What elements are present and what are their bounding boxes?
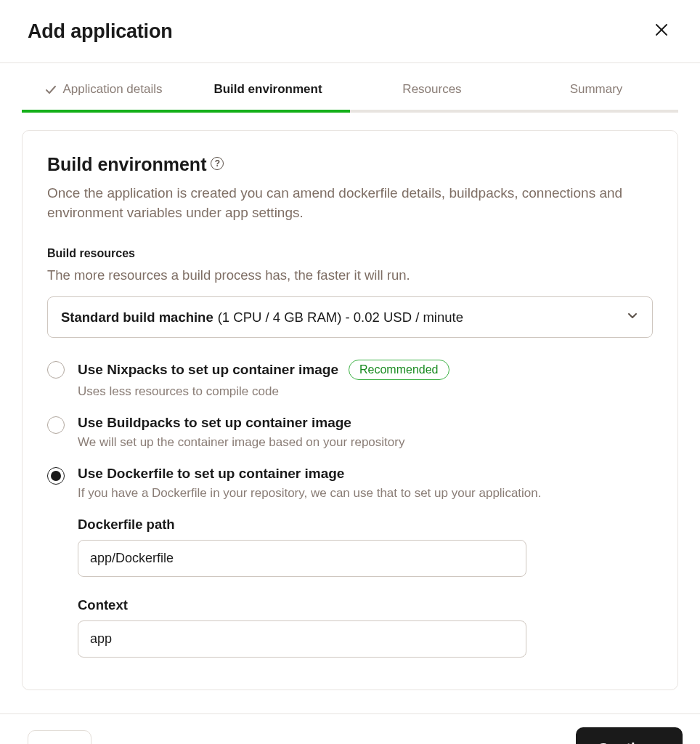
radio-circle[interactable] — [47, 361, 65, 379]
progress-seg-4 — [514, 110, 678, 113]
modal-header: Add application — [0, 0, 700, 63]
radio-buildpacks[interactable]: Use Buildpacks to set up container image… — [47, 415, 653, 450]
chevron-down-icon — [626, 309, 639, 326]
context-field: Context — [78, 597, 653, 658]
check-icon — [45, 84, 57, 95]
field-label: Dockerfile path — [78, 517, 653, 533]
card-title: Build environment — [47, 154, 206, 175]
radio-label: Use Dockerfile to set up container image — [78, 466, 344, 482]
recommended-badge: Recommended — [349, 360, 449, 380]
dockerfile-path-input[interactable] — [78, 540, 526, 577]
container-setup-options: Use Nixpacks to set up container image R… — [47, 360, 653, 658]
context-input[interactable] — [78, 620, 526, 658]
step-summary[interactable]: Summary — [514, 82, 678, 110]
card-subtitle: Once the application is created you can … — [47, 184, 653, 222]
radio-desc: If you have a Dockerfile in your reposit… — [78, 486, 653, 501]
radio-label: Use Nixpacks to set up container image — [78, 362, 338, 378]
build-machine-detail: (1 CPU / 4 GB RAM) - 0.02 USD / minute — [218, 310, 463, 326]
dockerfile-path-field: Dockerfile path — [78, 517, 653, 577]
continue-button[interactable]: Continue — [576, 727, 683, 744]
radio-nixpacks[interactable]: Use Nixpacks to set up container image R… — [47, 360, 653, 399]
step-resources[interactable]: Resources — [350, 82, 514, 110]
radio-label: Use Buildpacks to set up container image — [78, 415, 351, 431]
field-label: Context — [78, 597, 653, 613]
close-icon — [655, 23, 668, 36]
build-environment-card: Build environment ? Once the application… — [22, 130, 678, 690]
wizard-footer: Back Continue — [0, 713, 700, 744]
build-resources-label: Build resources — [47, 247, 653, 260]
wizard-steps: Application details Build environment Re… — [0, 82, 700, 110]
step-label: Summary — [570, 82, 623, 97]
page-title: Add application — [28, 20, 173, 43]
step-application-details[interactable]: Application details — [22, 82, 186, 110]
step-label: Build environment — [213, 82, 322, 97]
step-build-environment[interactable]: Build environment — [186, 82, 350, 110]
wizard-progress — [22, 110, 678, 113]
progress-seg-1 — [22, 110, 186, 113]
progress-seg-2 — [186, 110, 350, 113]
radio-dot — [51, 471, 61, 481]
progress-seg-3 — [350, 110, 514, 113]
radio-desc: Uses less resources to compile code — [78, 384, 653, 399]
build-machine-select[interactable]: Standard build machine (1 CPU / 4 GB RAM… — [47, 296, 653, 338]
radio-desc: We will set up the container image based… — [78, 435, 653, 450]
radio-circle[interactable] — [47, 467, 65, 485]
step-label: Application details — [62, 82, 162, 97]
radio-circle[interactable] — [47, 416, 65, 434]
help-icon[interactable]: ? — [211, 157, 224, 170]
build-machine-name: Standard build machine — [61, 310, 213, 326]
radio-dockerfile[interactable]: Use Dockerfile to set up container image… — [47, 466, 653, 658]
close-button[interactable] — [651, 17, 672, 45]
build-resources-desc: The more resources a build process has, … — [47, 267, 653, 283]
back-button[interactable]: Back — [28, 730, 91, 744]
step-label: Resources — [402, 82, 461, 97]
